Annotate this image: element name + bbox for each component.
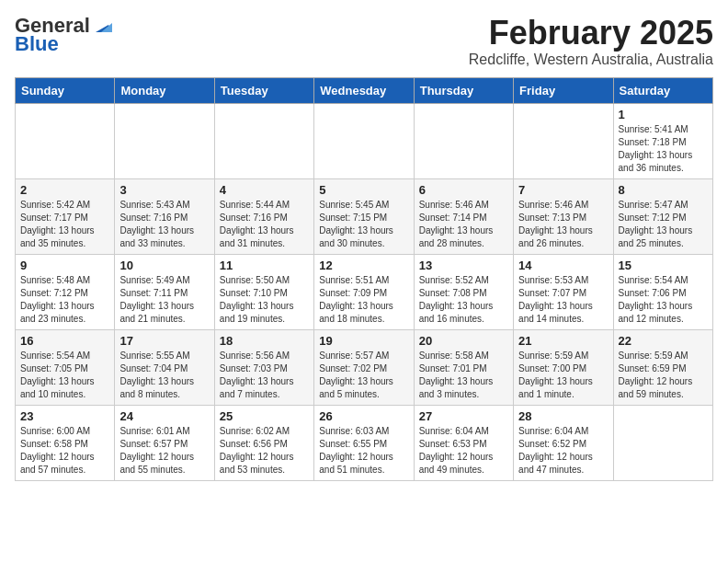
calendar-cell: 26Sunrise: 6:03 AM Sunset: 6:55 PM Dayli… <box>314 405 414 480</box>
day-info: Sunrise: 5:56 AM Sunset: 7:03 PM Dayligh… <box>220 350 309 401</box>
svg-marker-1 <box>101 23 112 32</box>
calendar-cell <box>514 103 613 178</box>
day-number: 6 <box>419 183 508 197</box>
day-number: 13 <box>419 259 508 272</box>
week-row-1: 1Sunrise: 5:41 AM Sunset: 7:18 PM Daylig… <box>16 103 713 178</box>
day-number: 1 <box>619 108 708 121</box>
week-row-3: 9Sunrise: 5:48 AM Sunset: 7:12 PM Daylig… <box>16 254 713 329</box>
day-info: Sunrise: 5:46 AM Sunset: 7:14 PM Dayligh… <box>419 199 508 250</box>
calendar-title: February 2025 <box>469 15 713 52</box>
day-info: Sunrise: 5:49 AM Sunset: 7:11 PM Dayligh… <box>119 274 209 326</box>
weekday-header-row: SundayMondayTuesdayWednesdayThursdayFrid… <box>16 77 713 103</box>
day-info: Sunrise: 6:04 AM Sunset: 6:52 PM Dayligh… <box>518 425 608 477</box>
day-number: 14 <box>518 259 608 272</box>
calendar-cell: 20Sunrise: 5:58 AM Sunset: 7:01 PM Dayli… <box>414 329 513 405</box>
day-info: Sunrise: 6:00 AM Sunset: 6:58 PM Dayligh… <box>20 425 109 477</box>
calendar-cell: 18Sunrise: 5:56 AM Sunset: 7:03 PM Dayli… <box>214 329 313 405</box>
day-number: 19 <box>319 334 408 348</box>
day-number: 12 <box>319 259 408 272</box>
weekday-thursday: Thursday <box>414 77 513 103</box>
weekday-friday: Friday <box>514 77 613 103</box>
day-number: 27 <box>419 409 508 423</box>
day-info: Sunrise: 5:58 AM Sunset: 7:01 PM Dayligh… <box>419 350 508 401</box>
calendar-cell: 1Sunrise: 5:41 AM Sunset: 7:18 PM Daylig… <box>613 103 712 178</box>
weekday-saturday: Saturday <box>613 77 712 103</box>
day-number: 26 <box>319 409 408 423</box>
calendar-cell: 13Sunrise: 5:52 AM Sunset: 7:08 PM Dayli… <box>414 254 513 329</box>
day-number: 28 <box>518 409 608 423</box>
calendar-cell: 28Sunrise: 6:04 AM Sunset: 6:52 PM Dayli… <box>514 405 613 480</box>
day-info: Sunrise: 5:59 AM Sunset: 6:59 PM Dayligh… <box>619 350 708 401</box>
calendar-cell: 24Sunrise: 6:01 AM Sunset: 6:57 PM Dayli… <box>115 405 214 480</box>
logo: General Blue <box>15 15 112 55</box>
calendar-cell <box>314 103 414 178</box>
day-number: 8 <box>619 183 708 197</box>
calendar-cell <box>414 103 513 178</box>
calendar-cell <box>613 405 712 480</box>
day-info: Sunrise: 5:54 AM Sunset: 7:06 PM Dayligh… <box>619 274 708 326</box>
logo-icon <box>92 16 112 36</box>
calendar-cell: 19Sunrise: 5:57 AM Sunset: 7:02 PM Dayli… <box>314 329 414 405</box>
calendar-cell: 2Sunrise: 5:42 AM Sunset: 7:17 PM Daylig… <box>16 178 115 254</box>
day-number: 2 <box>20 183 109 197</box>
day-number: 10 <box>119 259 209 272</box>
day-number: 15 <box>619 259 708 272</box>
title-block: February 2025 Redcliffe, Western Austral… <box>469 15 713 68</box>
day-info: Sunrise: 5:47 AM Sunset: 7:12 PM Dayligh… <box>619 199 708 250</box>
calendar-cell: 25Sunrise: 6:02 AM Sunset: 6:56 PM Dayli… <box>214 405 313 480</box>
day-info: Sunrise: 5:43 AM Sunset: 7:16 PM Dayligh… <box>119 199 209 250</box>
day-info: Sunrise: 5:54 AM Sunset: 7:05 PM Dayligh… <box>20 350 109 401</box>
day-info: Sunrise: 5:50 AM Sunset: 7:10 PM Dayligh… <box>220 274 309 326</box>
calendar-cell: 4Sunrise: 5:44 AM Sunset: 7:16 PM Daylig… <box>214 178 313 254</box>
calendar-cell: 6Sunrise: 5:46 AM Sunset: 7:14 PM Daylig… <box>414 178 513 254</box>
week-row-5: 23Sunrise: 6:00 AM Sunset: 6:58 PM Dayli… <box>16 405 713 480</box>
weekday-monday: Monday <box>115 77 214 103</box>
logo-blue-text: Blue <box>15 33 59 55</box>
weekday-sunday: Sunday <box>16 77 115 103</box>
calendar-cell: 21Sunrise: 5:59 AM Sunset: 7:00 PM Dayli… <box>514 329 613 405</box>
calendar-cell <box>115 103 214 178</box>
day-info: Sunrise: 5:59 AM Sunset: 7:00 PM Dayligh… <box>518 350 608 401</box>
day-number: 11 <box>220 259 309 272</box>
calendar-cell: 16Sunrise: 5:54 AM Sunset: 7:05 PM Dayli… <box>16 329 115 405</box>
calendar-cell: 14Sunrise: 5:53 AM Sunset: 7:07 PM Dayli… <box>514 254 613 329</box>
calendar-cell: 27Sunrise: 6:04 AM Sunset: 6:53 PM Dayli… <box>414 405 513 480</box>
day-info: Sunrise: 6:01 AM Sunset: 6:57 PM Dayligh… <box>119 425 209 477</box>
calendar-cell: 23Sunrise: 6:00 AM Sunset: 6:58 PM Dayli… <box>16 405 115 480</box>
week-row-2: 2Sunrise: 5:42 AM Sunset: 7:17 PM Daylig… <box>16 178 713 254</box>
calendar-cell: 12Sunrise: 5:51 AM Sunset: 7:09 PM Dayli… <box>314 254 414 329</box>
calendar-cell: 8Sunrise: 5:47 AM Sunset: 7:12 PM Daylig… <box>613 178 712 254</box>
calendar-cell: 3Sunrise: 5:43 AM Sunset: 7:16 PM Daylig… <box>115 178 214 254</box>
calendar-table: SundayMondayTuesdayWednesdayThursdayFrid… <box>15 77 713 481</box>
calendar-cell <box>16 103 115 178</box>
day-info: Sunrise: 5:55 AM Sunset: 7:04 PM Dayligh… <box>119 350 209 401</box>
day-number: 5 <box>319 183 408 197</box>
day-info: Sunrise: 6:03 AM Sunset: 6:55 PM Dayligh… <box>319 425 408 477</box>
day-number: 7 <box>518 183 608 197</box>
day-number: 16 <box>20 334 109 348</box>
day-number: 9 <box>20 259 109 272</box>
week-row-4: 16Sunrise: 5:54 AM Sunset: 7:05 PM Dayli… <box>16 329 713 405</box>
day-info: Sunrise: 5:41 AM Sunset: 7:18 PM Dayligh… <box>619 123 708 175</box>
calendar-subtitle: Redcliffe, Western Australia, Australia <box>469 52 713 68</box>
weekday-wednesday: Wednesday <box>314 77 414 103</box>
day-info: Sunrise: 6:02 AM Sunset: 6:56 PM Dayligh… <box>220 425 309 477</box>
weekday-tuesday: Tuesday <box>214 77 313 103</box>
day-info: Sunrise: 5:51 AM Sunset: 7:09 PM Dayligh… <box>319 274 408 326</box>
day-info: Sunrise: 5:45 AM Sunset: 7:15 PM Dayligh… <box>319 199 408 250</box>
calendar-cell: 9Sunrise: 5:48 AM Sunset: 7:12 PM Daylig… <box>16 254 115 329</box>
calendar-cell: 15Sunrise: 5:54 AM Sunset: 7:06 PM Dayli… <box>613 254 712 329</box>
day-number: 25 <box>220 409 309 423</box>
calendar-cell: 10Sunrise: 5:49 AM Sunset: 7:11 PM Dayli… <box>115 254 214 329</box>
day-number: 20 <box>419 334 508 348</box>
day-number: 21 <box>518 334 608 348</box>
calendar-cell: 17Sunrise: 5:55 AM Sunset: 7:04 PM Dayli… <box>115 329 214 405</box>
day-info: Sunrise: 5:57 AM Sunset: 7:02 PM Dayligh… <box>319 350 408 401</box>
day-number: 3 <box>119 183 209 197</box>
day-info: Sunrise: 5:46 AM Sunset: 7:13 PM Dayligh… <box>518 199 608 250</box>
day-number: 22 <box>619 334 708 348</box>
calendar-cell: 22Sunrise: 5:59 AM Sunset: 6:59 PM Dayli… <box>613 329 712 405</box>
day-info: Sunrise: 5:52 AM Sunset: 7:08 PM Dayligh… <box>419 274 508 326</box>
day-number: 4 <box>220 183 309 197</box>
day-info: Sunrise: 5:53 AM Sunset: 7:07 PM Dayligh… <box>518 274 608 326</box>
